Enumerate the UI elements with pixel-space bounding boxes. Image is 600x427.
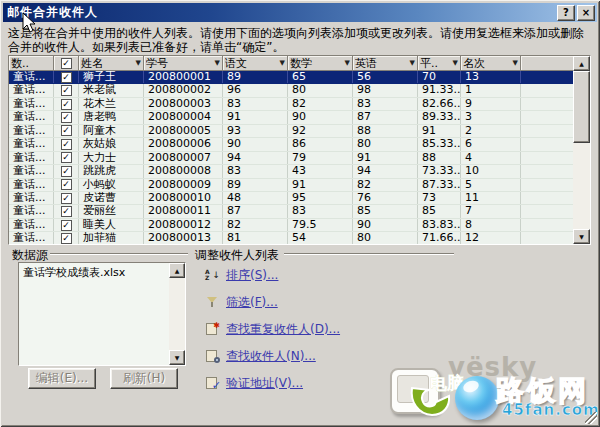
cell-math: 86 (288, 138, 353, 150)
chevron-down-icon: ▼ (513, 59, 518, 67)
cell-source: 童话... (9, 125, 54, 137)
column-header-average[interactable]: 平..▼ (418, 56, 461, 71)
data-source-listbox[interactable]: 童话学校成绩表.xlsx ▲ ▼ (18, 262, 186, 366)
filter-icon (205, 296, 220, 309)
sort-icon: AZ↓ (205, 269, 220, 282)
scroll-down-icon[interactable]: ▼ (169, 350, 185, 365)
cell-source: 童话... (9, 219, 54, 231)
validate-address-icon: ✓ (205, 377, 220, 390)
row-checkbox[interactable]: ✓ (54, 219, 79, 231)
cell-rank: 13 (461, 71, 521, 83)
cell-english: 91 (353, 152, 418, 164)
chevron-down-icon: ▼ (410, 59, 415, 67)
refine-link-row: ✓验证地址(V)... (205, 375, 303, 391)
cell-english: 56 (353, 71, 418, 83)
column-header-math[interactable]: 数学▼ (288, 56, 353, 71)
data-source-item[interactable]: 童话学校成绩表.xlsx (19, 263, 169, 282)
find-recipient-icon (205, 350, 220, 363)
table-row[interactable]: 童话...✓狮子王2008000018965567013 (9, 71, 573, 84)
cell-name: 爱丽丝 (79, 205, 144, 217)
cell-name: 阿童木 (79, 125, 144, 137)
mail-merge-recipients-dialog: 邮件合并收件人 ? × 这是将在合并中使用的收件人列表。请使用下面的选项向列表添… (0, 0, 600, 427)
row-checkbox[interactable]: ✓ (54, 165, 79, 177)
refine-link[interactable]: 排序(S)... (226, 267, 278, 284)
table-row[interactable]: 童话...✓睡美人2008000128279.59083.83...8 (9, 219, 573, 232)
refresh-button[interactable]: 刷新(H) (110, 368, 178, 389)
cell-math: 54 (288, 232, 353, 244)
chevron-down-icon: ▼ (136, 59, 141, 67)
cell-id: 200800006 (144, 138, 223, 150)
cell-math: 65 (288, 71, 353, 83)
refine-link[interactable]: 筛选(F)... (226, 294, 278, 311)
cell-average: 73 (418, 192, 461, 204)
row-checkbox[interactable]: ✓ (54, 192, 79, 204)
cell-id: 200800012 (144, 219, 223, 231)
row-checkbox[interactable]: ✓ (54, 152, 79, 164)
table-row[interactable]: 童话...✓小蚂蚁20080000989918287.33...5 (9, 179, 573, 192)
column-header-english[interactable]: 英语▼ (353, 56, 418, 71)
cell-rank: 2 (461, 125, 521, 137)
table-row[interactable]: 童话...✓米老鼠20080000296809891.33...1 (9, 84, 573, 97)
table-row[interactable]: 童话...✓爱丽丝200800011878385857 (9, 205, 573, 218)
refine-list-label: 调整收件人列表 (195, 247, 279, 264)
close-icon[interactable]: × (577, 5, 595, 21)
dialog-description: 这是将在合并中使用的收件人列表。请使用下面的选项向列表添加项或更改列表。请使用复… (8, 26, 590, 54)
cell-name: 唐老鸭 (79, 111, 144, 123)
refine-link[interactable]: 查找收件人(N)... (226, 348, 316, 365)
column-header-id[interactable]: 学号▼ (144, 56, 223, 71)
group-divider (284, 253, 454, 255)
table-body: 童话...✓狮子王2008000018965567013童话...✓米老鼠200… (9, 71, 573, 244)
cell-name: 米老鼠 (79, 84, 144, 96)
edit-button[interactable]: 编辑(E)... (28, 368, 96, 389)
sphere-logo-icon (455, 376, 499, 420)
refine-link[interactable]: 验证地址(V)... (226, 375, 303, 392)
row-checkbox[interactable]: ✓ (54, 84, 79, 96)
cell-source: 童话... (9, 71, 54, 83)
cell-rank: 10 (461, 165, 521, 177)
cell-id: 200800010 (144, 192, 223, 204)
column-header-rank[interactable]: 名次▼ (461, 56, 521, 71)
resize-grip[interactable] (585, 412, 597, 424)
row-checkbox[interactable]: ✓ (54, 232, 79, 244)
vertical-scrollbar[interactable]: ▲ ▼ (573, 56, 590, 244)
chevron-down-icon: ▼ (215, 59, 220, 67)
row-checkbox[interactable]: ✓ (54, 98, 79, 110)
cell-math: 90 (288, 111, 353, 123)
cell-chinese: 83 (223, 98, 288, 110)
select-all-checkbox[interactable]: ✓ (54, 56, 79, 71)
listbox-scrollbar[interactable]: ▲ ▼ (169, 263, 185, 365)
table-row[interactable]: 童话...✓跳跳虎20080000883439473.33...10 (9, 165, 573, 178)
listbox-items: 童话学校成绩表.xlsx (19, 263, 169, 282)
scroll-up-icon[interactable]: ▲ (573, 56, 590, 71)
table-row[interactable]: 童话...✓皮诺曹2008000104895767311 (9, 192, 573, 205)
leaf-logo-icon (408, 382, 452, 418)
cell-chinese: 48 (223, 192, 288, 204)
row-checkbox[interactable]: ✓ (54, 138, 79, 150)
cell-math: 79.5 (288, 219, 353, 231)
refine-link[interactable]: 查找重复收件人(D)... (226, 321, 340, 338)
cell-average: 73.33... (418, 165, 461, 177)
cell-chinese: 87 (223, 205, 288, 217)
scroll-down-icon[interactable]: ▼ (573, 229, 590, 244)
row-checkbox[interactable]: ✓ (54, 125, 79, 137)
row-checkbox[interactable]: ✓ (54, 205, 79, 217)
column-header-chinese[interactable]: 语文▼ (223, 56, 288, 71)
scrollbar-thumb[interactable] (573, 71, 590, 143)
table-row[interactable]: 童话...✓阿童木200800005939288912 (9, 125, 573, 138)
table-row[interactable]: 童话...✓花木兰20080000383828382.66...9 (9, 98, 573, 111)
cell-average: 70 (418, 71, 461, 83)
table-row[interactable]: 童话...✓加菲猫20080001381548071.66...12 (9, 232, 573, 244)
row-checkbox[interactable]: ✓ (54, 179, 79, 191)
scroll-up-icon[interactable]: ▲ (169, 263, 185, 278)
column-header-source[interactable]: 数.. (9, 56, 54, 71)
column-header-name[interactable]: 姓名▼ (79, 56, 144, 71)
table-row[interactable]: 童话...✓大力士200800007947991884 (9, 152, 573, 165)
cell-id: 200800009 (144, 179, 223, 191)
table-row[interactable]: 童话...✓唐老鸭20080000491908789.33...3 (9, 111, 573, 124)
table-row[interactable]: 童话...✓灰姑娘20080000690868085.33...6 (9, 138, 573, 151)
cell-source: 童话... (9, 98, 54, 110)
cell-source: 童话... (9, 232, 54, 244)
row-checkbox[interactable]: ✓ (54, 111, 79, 123)
row-checkbox[interactable]: ✓ (54, 71, 79, 83)
help-icon[interactable]: ? (557, 5, 575, 21)
